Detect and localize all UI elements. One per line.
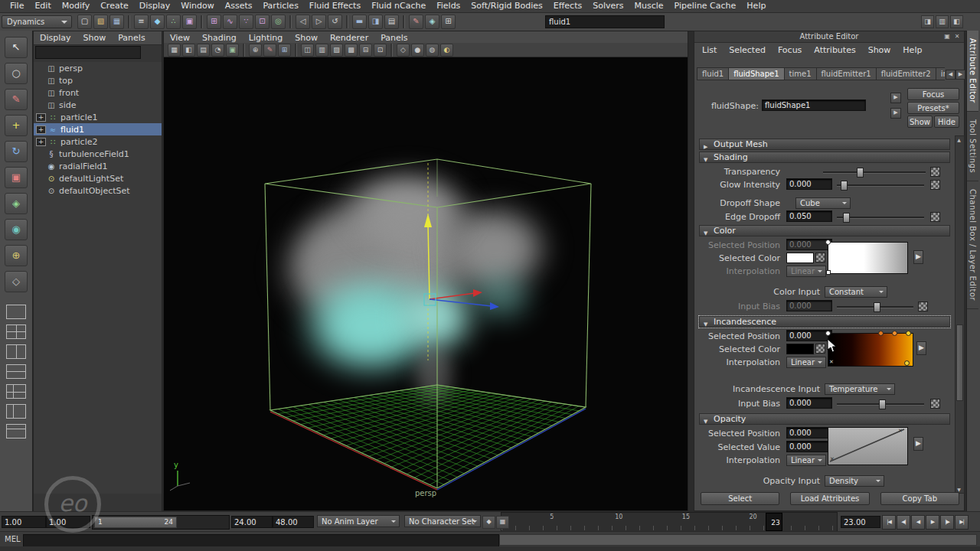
viewport-canvas[interactable]: y persp	[164, 57, 688, 510]
opacity-input-dropdown[interactable]: Density	[825, 475, 884, 487]
ramp-delete-marker[interactable]: ✕	[829, 360, 834, 365]
tab-initialshad[interactable]: initialShad	[936, 67, 945, 80]
select-object-icon[interactable]: ◆	[150, 15, 165, 29]
last-tool-icon[interactable]: ◇	[5, 271, 28, 292]
current-time-indicator[interactable]: 23	[766, 513, 782, 531]
four-pane-layout-icon[interactable]	[6, 324, 26, 339]
sidebar-tab-tool-settings[interactable]: Tool Settings	[967, 112, 978, 181]
ramp-marker[interactable]	[825, 331, 831, 336]
menu-soft-rigid-bodies[interactable]: Soft/Rigid Bodies	[466, 0, 547, 12]
move-manipulator[interactable]	[424, 163, 499, 360]
expand-top-icon[interactable]	[890, 93, 901, 103]
ramp-marker[interactable]	[904, 360, 910, 366]
menu-create[interactable]: Create	[95, 0, 134, 12]
color-swatch[interactable]	[786, 253, 814, 263]
outliner-menu-panels[interactable]: Panels	[112, 31, 151, 44]
ae-menu-selected[interactable]: Selected	[723, 44, 772, 57]
menu-fluid-ncache[interactable]: Fluid nCache	[366, 0, 431, 12]
two-pane-stacked-layout-icon[interactable]	[6, 364, 26, 379]
step-back-frame-button[interactable]: ◀|	[897, 515, 910, 530]
safe-title-icon[interactable]: ⊡	[374, 44, 387, 57]
select-hierarchy-icon[interactable]: ≡	[134, 15, 149, 29]
rotate-tool-icon[interactable]: ↻	[5, 141, 28, 162]
open-scene-icon[interactable]: ▧	[93, 15, 108, 29]
command-input[interactable]	[23, 534, 499, 547]
new-scene-icon[interactable]: ▢	[77, 15, 92, 29]
menu-solvers[interactable]: Solvers	[587, 0, 629, 12]
tab-time1[interactable]: time1	[785, 67, 817, 80]
playback-end-field[interactable]	[231, 516, 273, 528]
section-output-mesh[interactable]: Output Mesh	[699, 139, 950, 150]
auto-keyframe-icon[interactable]: ◆	[482, 516, 495, 529]
outliner-persp-layout-icon[interactable]	[6, 404, 26, 419]
shaded-icon[interactable]: ●	[411, 44, 424, 57]
outliner-item-top[interactable]: ◫top	[34, 74, 162, 86]
edge-dropoff-field[interactable]	[786, 210, 832, 222]
gate-mask-icon[interactable]: ▨	[330, 44, 343, 57]
anim-layer-dropdown[interactable]: No Anim Layer	[317, 515, 400, 527]
panel-menu-show[interactable]: Show	[289, 31, 324, 43]
three-pane-split-layout-icon[interactable]	[6, 384, 26, 399]
show-attribute-editor-toggle[interactable]: ◨	[921, 15, 934, 28]
incandescence-swatch[interactable]	[786, 344, 814, 354]
incandescence-input-dropdown[interactable]: Temperature	[825, 383, 895, 395]
field-chart-icon[interactable]: ▩	[345, 44, 358, 57]
scale-tool-icon[interactable]: ▣	[5, 167, 28, 188]
color-input-bias-field[interactable]	[786, 300, 832, 311]
menu-modify[interactable]: Modify	[57, 0, 95, 12]
presets-button[interactable]: Presets*	[907, 102, 959, 114]
section-opacity[interactable]: Opacity	[699, 413, 950, 425]
quick-selection-field[interactable]	[545, 15, 665, 28]
tab-fluid1[interactable]: fluid1	[697, 67, 729, 80]
outliner-menu-show[interactable]: Show	[77, 31, 113, 44]
graph-marker[interactable]: ✕	[830, 457, 835, 462]
transparency-map-button[interactable]	[930, 167, 940, 177]
color-ramp[interactable]	[828, 242, 908, 274]
outliner-item-particle1[interactable]: +∷particle1	[34, 111, 162, 123]
tab-scroll-left-icon[interactable]	[946, 70, 956, 80]
incandescence-input-bias-map-button[interactable]	[930, 399, 940, 409]
universal-manipulator-tool-icon[interactable]: ◈	[5, 193, 28, 214]
expand-bottom-icon[interactable]	[890, 108, 901, 119]
opacity-selected-position-field[interactable]	[786, 427, 832, 439]
play-backwards-button[interactable]: ◀	[911, 515, 925, 530]
render-frame-icon[interactable]: ▬	[352, 15, 367, 29]
menu-help[interactable]: Help	[741, 0, 771, 12]
lock-camera-icon[interactable]: ◧	[182, 44, 195, 57]
current-time-field[interactable]	[841, 516, 880, 528]
expand-icon[interactable]: +	[36, 138, 46, 146]
time-slider[interactable]: 23 5101520	[501, 512, 838, 532]
tab-fluidemitter1[interactable]: fluidEmitter1	[817, 67, 877, 80]
resolution-gate-icon[interactable]: ▥	[315, 44, 328, 57]
show-manipulator-tool-icon[interactable]: ⊕	[5, 245, 28, 266]
outliner-item-fluid1[interactable]: +≈fluid1	[34, 123, 162, 135]
menu-fields[interactable]: Fields	[431, 0, 466, 12]
glow-intensity-field[interactable]	[786, 178, 832, 190]
close-icon[interactable]	[952, 32, 962, 41]
ramp-marker[interactable]	[892, 331, 897, 336]
color-ramp-expand-button[interactable]	[913, 250, 923, 264]
outliner-item-particle2[interactable]: +∷particle2	[34, 135, 162, 148]
tab-scroll-right-icon[interactable]	[956, 70, 965, 80]
ae-menu-attributes[interactable]: Attributes	[808, 44, 861, 57]
outliner-item-side[interactable]: ◫side	[34, 99, 162, 111]
opacity-graph-expand-button[interactable]	[913, 437, 923, 451]
menu-muscle[interactable]: Muscle	[629, 0, 669, 12]
step-forward-frame-button[interactable]: |▶	[940, 515, 954, 530]
section-color[interactable]: Color	[699, 225, 950, 236]
snap-point-icon[interactable]: ∵	[239, 15, 253, 29]
color-input-bias-slider[interactable]	[837, 306, 913, 308]
outliner-menu-display[interactable]: Display	[34, 31, 77, 44]
opacity-interpolation-dropdown[interactable]: Linear	[786, 455, 826, 466]
two-d-pan-zoom-icon[interactable]: ⊕	[249, 44, 262, 57]
incandescence-ramp[interactable]	[828, 333, 913, 367]
outliner-filter-field[interactable]	[35, 46, 141, 59]
menu-effects[interactable]: Effects	[548, 0, 587, 12]
two-pane-side-layout-icon[interactable]	[6, 344, 26, 359]
menu-assets[interactable]: Assets	[220, 0, 258, 12]
outliner-item-front[interactable]: ◫front	[34, 86, 162, 99]
ipr-render-icon[interactable]: ◨	[368, 15, 383, 29]
hypershade-icon[interactable]: ◈	[425, 15, 439, 29]
ramp-marker[interactable]	[826, 270, 831, 275]
incandescence-interpolation-dropdown[interactable]: Linear	[786, 357, 826, 368]
